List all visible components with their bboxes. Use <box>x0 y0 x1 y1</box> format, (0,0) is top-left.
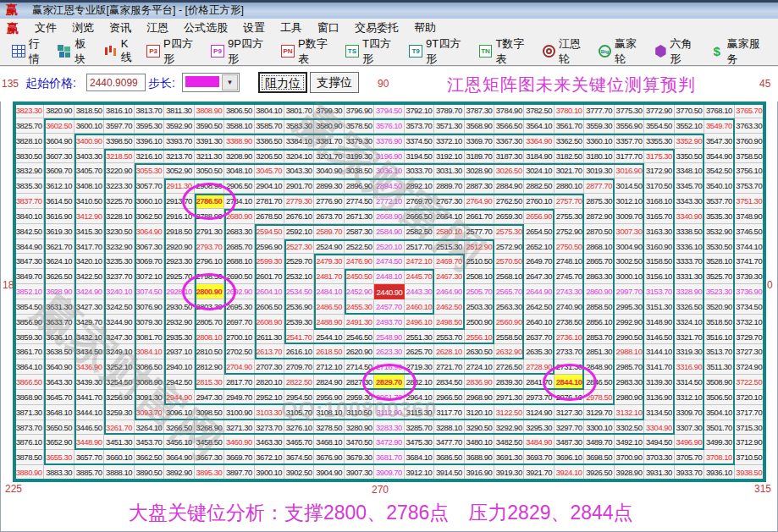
chevron-down-icon[interactable]: ▼ <box>222 74 238 90</box>
grid-cell: 3372.10 <box>434 134 464 149</box>
toolbar-button-9P四方形[interactable]: P99P四方形 <box>211 36 273 67</box>
toolbar-label: 赢家服务 <box>727 36 770 67</box>
grid-cell: 3787.30 <box>465 103 494 118</box>
grid-cell: 2973.70 <box>524 390 554 405</box>
grid-cell: 3676.90 <box>314 450 344 465</box>
grid-cell: 2601.70 <box>255 269 284 284</box>
menu-item[interactable]: 公式选股 <box>176 19 235 37</box>
toolbar-label: 赢家轮 <box>615 36 647 67</box>
toolbar-button-六角形[interactable]: 六角形 <box>654 36 702 67</box>
menu-item[interactable]: 文件 <box>27 19 64 37</box>
menu-item[interactable]: 设置 <box>235 19 273 37</box>
step-color-dropdown[interactable]: ▼ <box>182 73 240 92</box>
toolbar-button-赢家服务[interactable]: $赢家服务 <box>710 36 770 67</box>
grid-cell: 3348.10 <box>675 163 704 178</box>
grid-cell: 2769.70 <box>405 194 434 209</box>
grid-cell: 3242.50 <box>104 299 134 315</box>
grid-cell: 2582.50 <box>405 224 434 239</box>
grid-cell: 2527.30 <box>284 239 314 255</box>
grid-cell: 3266.50 <box>164 420 194 436</box>
support-button[interactable]: 支撑位 <box>310 72 359 93</box>
grid-cell: 2536.90 <box>284 299 314 315</box>
grid-cell: 3919.30 <box>494 465 524 480</box>
grid-cell: 3688.90 <box>465 450 494 465</box>
grid-cell: 3304.90 <box>644 420 674 436</box>
grid-cell: 2841.70 <box>524 375 554 390</box>
menu-item[interactable]: 窗口 <box>310 19 347 37</box>
menu-item[interactable]: 工具 <box>273 19 310 37</box>
grid-cell: 3816.10 <box>104 103 134 118</box>
grid-cell: 3607.30 <box>44 149 74 164</box>
grid-cell: 3604.90 <box>44 134 74 149</box>
menu-item[interactable]: 资讯 <box>102 19 139 37</box>
menu-item[interactable]: 交易委托 <box>347 19 406 37</box>
toolbar-button-行情[interactable]: 行情 <box>12 36 50 67</box>
grid-cell: 3028.90 <box>465 163 494 178</box>
matrix-heading: 江恩矩阵图未来关键位测算预判 <box>447 74 696 96</box>
toolbar-button-赢家轮[interactable]: Big赢家轮 <box>599 36 647 67</box>
grid-cell: 3393.70 <box>164 134 194 149</box>
grid-cell: 3895.30 <box>195 465 224 480</box>
grid-cell: 3232.90 <box>104 239 134 255</box>
grid-cell: 2649.70 <box>524 254 554 269</box>
grid-cell: 3496.90 <box>675 435 704 450</box>
grid-cell: 2529.70 <box>284 254 314 269</box>
grid-cell: 3559.30 <box>584 118 614 134</box>
toolbar-button-T四方形[interactable]: TST四方形 <box>345 36 401 67</box>
grid-cell: 3278.50 <box>314 420 344 436</box>
grid-cell: 3297.70 <box>555 420 584 436</box>
toolbar-button-江恩轮[interactable]: 江恩轮 <box>543 36 591 67</box>
grid-cell: 3772.90 <box>644 103 674 118</box>
grid-cell: 3648.10 <box>44 405 74 420</box>
grid-cell: 3470.50 <box>345 435 374 450</box>
big-wheel-icon: Big <box>599 45 611 58</box>
chip-p3: P3 <box>146 45 160 58</box>
grid-cell: 2666.50 <box>405 209 434 224</box>
toolbar-button-T数字表[interactable]: TNT数字表 <box>479 36 535 67</box>
grid-cell: 3115.30 <box>405 405 434 420</box>
grid-cell: 3033.70 <box>405 163 434 178</box>
grid-cell: 3552.10 <box>675 118 704 134</box>
grid-cell: 3609.70 <box>44 163 74 178</box>
menu-item[interactable]: 浏览 <box>64 19 102 37</box>
grid-cell: 3837.70 <box>14 194 44 209</box>
grid-cell: 2488.90 <box>314 315 344 330</box>
dollar-icon: $ <box>710 45 724 58</box>
grid-cell: 3244.90 <box>104 315 134 330</box>
toolbar-button-K线[interactable]: K线 <box>104 37 139 65</box>
toolbar-button-板块[interactable]: 板块 <box>58 36 96 67</box>
toolbar-button-P四方形[interactable]: P3P四方形 <box>146 36 203 67</box>
app-window: { "window": {"title": "赢家江恩专业版[赢家服务平台] -… <box>0 0 778 532</box>
grid-cell: 3184.90 <box>524 149 554 164</box>
menu-item[interactable]: 帮助 <box>406 19 444 37</box>
grid-cell: 2515.30 <box>434 239 464 255</box>
grid-cell: 3508.90 <box>704 375 734 390</box>
grid-cell: 3736.90 <box>735 284 764 299</box>
grid-cell: 3614.50 <box>44 194 74 209</box>
grid-cell: 3458.50 <box>195 435 224 450</box>
grid-cell: 3578.50 <box>345 118 374 134</box>
toolbar-button-9T四方形[interactable]: T99T四方形 <box>409 36 471 67</box>
grid-cell: 2611.30 <box>255 330 284 345</box>
grid-cell: 2805.70 <box>195 315 224 330</box>
grid-cell: 3499.30 <box>704 435 734 450</box>
toolbar-button-P数字表[interactable]: PNP数字表 <box>281 36 338 67</box>
grid-cell: 3376.90 <box>374 134 404 149</box>
grid-cell: 3544.90 <box>704 149 734 164</box>
grid-cell: 3722.50 <box>735 375 764 390</box>
grid-cell: 3717.70 <box>735 405 764 420</box>
grid-cell: 3002.50 <box>615 254 644 269</box>
grid-cell: 3189.70 <box>465 149 494 164</box>
grid-cell: 3871.30 <box>14 405 44 420</box>
grid-cell: 2469.70 <box>434 254 464 269</box>
grid-cell: 3561.70 <box>555 118 584 134</box>
start-price-input[interactable] <box>86 74 146 91</box>
grid-cell: 3261.70 <box>104 420 134 436</box>
grid-cell: 3789.70 <box>434 103 464 118</box>
grid-cell: 2484.10 <box>314 284 344 299</box>
grid-cell: 3624.10 <box>44 254 74 269</box>
menu-item[interactable]: 江恩 <box>139 19 176 37</box>
resistance-button[interactable]: 阻力位 <box>258 72 307 93</box>
grid-cell: 3391.30 <box>195 134 224 149</box>
grid-cell: 3504.10 <box>704 405 734 420</box>
